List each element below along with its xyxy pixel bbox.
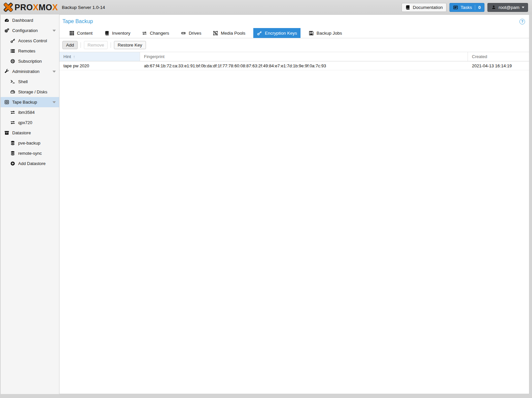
sidebar-item-shell[interactable]: Shell <box>1 77 59 87</box>
gears-icon <box>4 28 9 33</box>
sidebar-item-add-datastore[interactable]: Add Datastore <box>1 158 59 169</box>
collapse-caret-icon <box>53 101 56 103</box>
wrench-icon <box>4 69 9 74</box>
sidebar-item-ibm3584[interactable]: ibm3584 <box>1 107 59 117</box>
sidebar-item-pve-backup[interactable]: pve-backup <box>1 138 59 148</box>
body-frame: Dashboard Configuration Access Control R… <box>0 15 532 398</box>
key-icon <box>10 38 15 44</box>
tab-drives[interactable]: Drives <box>177 28 205 38</box>
terminal-icon <box>10 79 15 84</box>
proxmox-logo: PROXMOX <box>3 2 58 13</box>
collapse-caret-icon <box>53 71 56 73</box>
user-icon <box>491 5 496 10</box>
tape-icon <box>4 100 9 105</box>
encryption-keys-table: Hint ↑ Fingerprint Created tape pw 2020 … <box>59 52 529 70</box>
list-rows-icon <box>10 49 15 54</box>
column-header-created[interactable]: Created <box>468 52 529 61</box>
sidebar-item-qpx720[interactable]: qpx720 <box>1 117 59 128</box>
restore-key-button[interactable]: Restore Key <box>114 41 146 49</box>
proxmox-wordmark: PROXMOX <box>15 3 58 12</box>
empty-content-area <box>59 70 529 394</box>
main-panel: Tape Backup ? Content Inventory Changers… <box>59 15 529 394</box>
toolbar-separator <box>111 42 111 48</box>
proxmox-x-icon <box>3 2 14 13</box>
collapse-caret-icon <box>53 30 56 32</box>
documentation-label: Documentation <box>413 5 443 10</box>
sidebar-item-configuration[interactable]: Configuration <box>1 25 59 36</box>
grid-icon <box>69 30 74 36</box>
tab-media-pools[interactable]: Media Pools <box>209 28 249 38</box>
column-header-hint[interactable]: Hint ↑ <box>59 52 140 61</box>
tab-inventory[interactable]: Inventory <box>100 28 134 38</box>
toolbar: Add Remove Restore Key <box>59 38 529 52</box>
title-bar: Tape Backup ? <box>59 15 529 28</box>
tab-changers[interactable]: Changers <box>138 28 173 38</box>
tasks-button[interactable]: Tasks 0 <box>449 3 484 12</box>
tab-strip: Content Inventory Changers Drives Media … <box>59 28 529 38</box>
tab-backup-jobs[interactable]: Backup Jobs <box>305 28 345 38</box>
database-icon <box>10 151 15 156</box>
object-group-icon <box>213 30 218 36</box>
add-button[interactable]: Add <box>62 41 78 49</box>
tab-content[interactable]: Content <box>65 28 96 38</box>
cell-created: 2021-04-13 16:14:19 <box>468 61 529 70</box>
sidebar-item-subscription[interactable]: Subscription <box>1 56 59 66</box>
column-header-fingerprint[interactable]: Fingerprint <box>140 52 468 61</box>
life-ring-icon <box>10 59 15 64</box>
archive-icon <box>4 130 9 136</box>
exchange-icon <box>10 120 15 125</box>
top-header: PROXMOX Backup Server 1.0-14 Documentati… <box>0 0 532 15</box>
user-label: root@pam <box>499 5 519 10</box>
toolbar-separator <box>81 42 81 48</box>
cell-fingerprint: ab:67:f4:1b:72:ca:33:e1:91:bf:0b:da:df:1… <box>140 61 468 70</box>
tasks-icon <box>453 5 458 10</box>
dashboard-icon <box>4 18 9 23</box>
cell-hint: tape pw 2020 <box>59 61 140 70</box>
sidebar-item-access-control[interactable]: Access Control <box>1 36 59 46</box>
drive-icon <box>181 30 186 36</box>
exchange-icon <box>142 30 147 36</box>
book-icon <box>405 5 410 10</box>
key-icon <box>257 30 262 36</box>
remove-button[interactable]: Remove <box>84 41 108 49</box>
plus-circle-icon <box>10 161 15 166</box>
database-icon <box>10 141 15 146</box>
page-title: Tape Backup <box>62 18 93 24</box>
user-menu-button[interactable]: root@pam <box>487 3 528 12</box>
hdd-icon <box>10 89 15 95</box>
sidebar-item-tape-backup[interactable]: Tape Backup <box>1 97 59 107</box>
tab-encryption-keys[interactable]: Encryption Keys <box>253 28 301 38</box>
sidebar-item-storage-disks[interactable]: Storage / Disks <box>1 87 59 97</box>
tasks-label: Tasks <box>461 5 472 10</box>
table-row[interactable]: tape pw 2020 ab:67:f4:1b:72:ca:33:e1:91:… <box>59 61 529 70</box>
sidebar-item-datastore[interactable]: Datastore <box>1 128 59 138</box>
product-version-label: Backup Server 1.0-14 <box>62 5 105 10</box>
table-header-row: Hint ↑ Fingerprint Created <box>59 52 529 61</box>
sort-ascending-icon: ↑ <box>73 54 75 59</box>
sidebar-nav: Dashboard Configuration Access Control R… <box>1 15 59 394</box>
app-window: PROXMOX Backup Server 1.0-14 Documentati… <box>0 0 532 398</box>
book-icon <box>104 30 109 36</box>
help-icon[interactable]: ? <box>519 19 525 24</box>
tasks-count-badge: 0 <box>475 5 481 10</box>
chevron-down-icon <box>522 7 524 8</box>
sidebar-item-administration[interactable]: Administration <box>1 66 59 77</box>
sidebar-item-remote-sync[interactable]: remote-sync <box>1 148 59 158</box>
exchange-icon <box>10 110 15 115</box>
sidebar-item-dashboard[interactable]: Dashboard <box>1 15 59 25</box>
sidebar-item-remotes[interactable]: Remotes <box>1 46 59 56</box>
documentation-button[interactable]: Documentation <box>402 3 446 12</box>
save-icon <box>308 30 314 36</box>
